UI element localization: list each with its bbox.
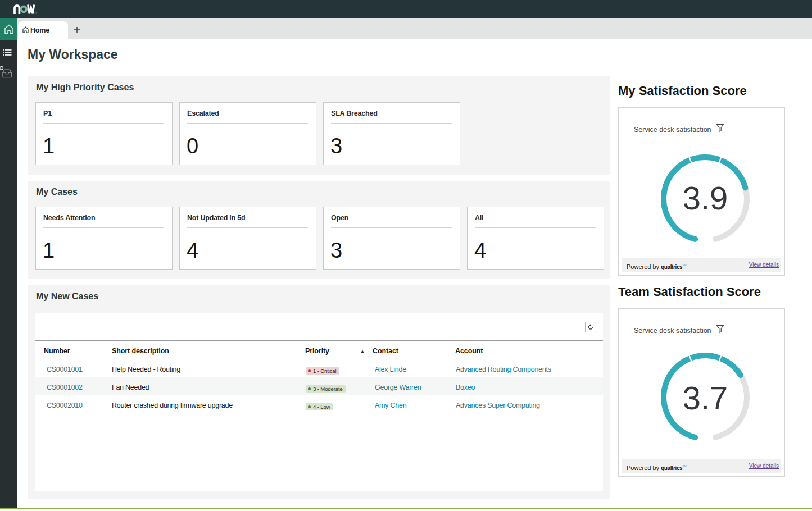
svg-text:TM: TM	[34, 12, 37, 15]
